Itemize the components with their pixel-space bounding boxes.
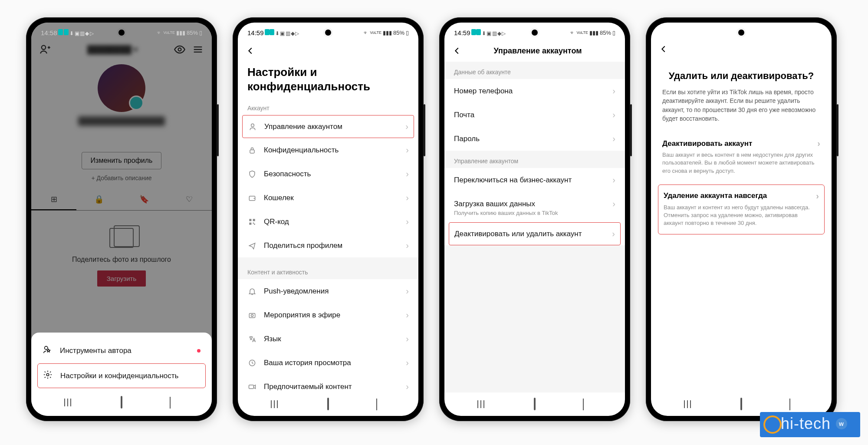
phone-frame-1: 14:58 ⬇ ▣ ▥ ◆ ▷ ᯤ VoLTE ▮▮▮ 85% ▯ <box>26 17 217 421</box>
chevron-right-icon: › <box>612 199 615 209</box>
sheet-item-creator-tools[interactable]: Инструменты автора <box>31 338 212 363</box>
person-icon <box>248 122 257 131</box>
row-label: Ваша история просмотра <box>264 359 399 367</box>
option-deactivate[interactable]: Деактивировать аккаунт› Ваш аккаунт и ве… <box>651 132 832 182</box>
svg-point-13 <box>251 314 253 316</box>
row-label: Переключиться на бизнес-аккаунт <box>454 176 605 185</box>
row-password[interactable]: Пароль› <box>444 127 625 151</box>
row-switch-business[interactable]: Переключиться на бизнес-аккаунт› <box>444 168 625 192</box>
battery-icon: ▯ <box>406 30 409 36</box>
recent-apps-button[interactable] <box>477 400 495 408</box>
row-privacy[interactable]: Конфиденциальность › <box>238 138 418 162</box>
back-arrow-icon[interactable] <box>659 44 668 54</box>
sheet-label: Инструменты автора <box>60 346 132 355</box>
watermark-text: hi-tech <box>781 415 831 433</box>
status-time: 14:58 <box>41 29 57 36</box>
watermark-badge: hi-tech w <box>760 412 860 437</box>
language-icon <box>247 335 257 343</box>
option-description: Ваш аккаунт и контент из него будут удал… <box>664 204 819 227</box>
vk-icon: w <box>836 418 847 429</box>
battery-percent: 85% <box>187 30 198 36</box>
android-nav-bar <box>444 392 625 416</box>
row-watch-history[interactable]: Ваша история просмотра › <box>238 351 418 375</box>
home-button[interactable] <box>319 399 337 410</box>
row-account-management[interactable]: Управление аккаунтом › <box>242 115 414 138</box>
phone-frame-3: 14:59 ⬇ ▣ ▥ ◆ ▷ ᯤ VoLTE ▮▮▮ 85% ▯ Управл… <box>439 17 630 421</box>
back-arrow-icon[interactable] <box>452 46 462 56</box>
row-live-events[interactable]: Мероприятия в эфире › <box>238 303 418 327</box>
row-label: Загрузка ваших данных <box>454 200 612 208</box>
row-wallet[interactable]: Кошелек › <box>238 186 418 210</box>
status-notification-icons: ⬇ ▣ ▥ ◆ ▷ <box>58 29 93 36</box>
sheet-label: Настройки и конфиденциальность <box>60 372 178 380</box>
camera-icon <box>247 311 257 320</box>
wallet-icon <box>247 194 257 202</box>
share-icon <box>247 241 257 250</box>
row-email[interactable]: Почта› <box>444 103 625 127</box>
svg-rect-10 <box>253 222 254 224</box>
row-language[interactable]: Язык › <box>238 327 418 351</box>
svg-rect-7 <box>249 219 251 221</box>
back-button[interactable] <box>575 399 592 410</box>
option-delete-permanently[interactable]: Удаление аккаунта навсегда› Ваш аккаунт … <box>658 185 825 235</box>
row-phone-number[interactable]: Номер телефона› <box>444 79 625 103</box>
notification-dot-icon <box>197 349 201 353</box>
page-title: Управление аккаунтом <box>468 46 608 56</box>
video-icon <box>247 382 257 391</box>
recent-apps-button[interactable] <box>684 400 701 408</box>
qr-icon <box>247 218 257 226</box>
front-camera-icon <box>325 30 331 36</box>
home-button[interactable] <box>526 399 543 410</box>
volte-label: VoLTE <box>164 30 175 35</box>
home-button[interactable] <box>733 399 750 410</box>
svg-point-2 <box>45 346 48 349</box>
page-description: Если вы хотите уйти из TikTok лишь на вр… <box>651 88 832 132</box>
chevron-right-icon: › <box>406 310 409 320</box>
row-security[interactable]: Безопасность › <box>238 162 418 186</box>
back-button[interactable] <box>161 397 179 408</box>
row-content-preferences[interactable]: Предпочитаемый контент › <box>238 375 418 392</box>
row-label: Номер телефона <box>454 87 605 96</box>
option-title: Деактивировать аккаунт <box>662 139 752 148</box>
svg-point-3 <box>46 373 49 376</box>
svg-point-4 <box>251 124 254 127</box>
row-label: Деактивировать или удалить аккаунт <box>454 230 605 238</box>
row-label: Язык <box>264 335 399 343</box>
chevron-right-icon: › <box>406 217 409 227</box>
row-deactivate-delete[interactable]: Деактивировать или удалить аккаунт› <box>449 222 621 245</box>
volte-label: VoLTE <box>577 30 588 35</box>
svg-rect-8 <box>253 219 255 221</box>
back-button[interactable] <box>368 399 385 410</box>
front-camera-icon <box>118 30 125 36</box>
row-share-profile[interactable]: Поделиться профилем › <box>238 234 418 257</box>
row-label: Конфиденциальность <box>264 146 399 155</box>
home-button[interactable] <box>113 397 130 408</box>
row-label: Управление аккаунтом <box>264 122 398 131</box>
recent-apps-button[interactable] <box>64 399 82 406</box>
option-description: Ваш аккаунт и весь контент в нем недосту… <box>662 151 820 175</box>
chevron-right-icon: › <box>406 382 409 392</box>
row-label: Пароль <box>454 135 605 143</box>
section-header-manage-account: Управление аккаунтом <box>444 151 625 168</box>
chevron-right-icon: › <box>612 175 615 185</box>
row-qr-code[interactable]: QR-код › <box>238 210 418 234</box>
status-time: 14:59 <box>454 29 470 36</box>
row-download-data[interactable]: Загрузка ваших данных› Получить копию ва… <box>444 192 625 222</box>
android-nav-bar <box>31 391 212 414</box>
back-arrow-icon[interactable] <box>246 46 255 56</box>
section-header-account-data: Данные об аккаунте <box>444 62 625 79</box>
page-title: Удалить или деактивировать? <box>651 60 832 88</box>
back-button[interactable] <box>781 399 799 410</box>
section-header-account: Аккаунт <box>238 101 418 115</box>
row-push-notifications[interactable]: Push-уведомления › <box>238 279 418 303</box>
row-label: Безопасность <box>264 170 399 178</box>
status-notification-icons: ⬇ ▣ ▥ ◆ ▷ <box>265 29 299 36</box>
signal-icon: ▮▮▮ <box>176 30 185 36</box>
recent-apps-button[interactable] <box>271 400 288 408</box>
svg-rect-11 <box>254 224 255 225</box>
sheet-item-settings-privacy[interactable]: Настройки и конфиденциальность <box>37 363 206 388</box>
row-label: Мероприятия в эфире <box>264 311 399 320</box>
chevron-right-icon: › <box>612 110 615 120</box>
history-icon <box>247 359 257 367</box>
phone-frame-4: Удалить или деактивировать? Если вы хоти… <box>646 17 837 421</box>
